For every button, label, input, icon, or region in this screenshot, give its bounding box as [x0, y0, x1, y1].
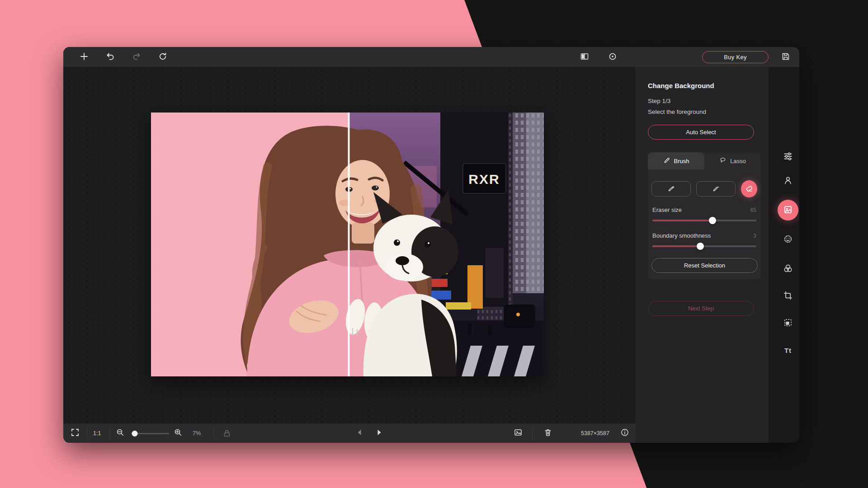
auto-select-button[interactable]: Auto Select — [648, 125, 754, 140]
image-thumbnail-button[interactable] — [514, 424, 523, 443]
face-icon — [783, 234, 793, 245]
tab-lasso-label: Lasso — [730, 158, 746, 164]
brush-size-increase-button[interactable] — [651, 181, 691, 197]
zoom-percent-label: 7% — [193, 424, 201, 443]
preview-button[interactable] — [606, 51, 619, 63]
redo-icon — [132, 52, 141, 62]
change-background-icon — [783, 205, 793, 216]
app-window: Buy Key — [63, 47, 799, 443]
redo-button[interactable] — [130, 51, 143, 63]
adjustments-tool[interactable] — [780, 149, 796, 164]
boundary-smoothness-value: 3 — [753, 233, 756, 239]
lock-icon — [222, 424, 231, 443]
zoom-in-button[interactable] — [174, 424, 183, 443]
undo-button[interactable] — [104, 51, 117, 63]
panel-step: Step 1/3 — [648, 98, 769, 104]
image-dimensions-label: 5387×3587 — [581, 424, 609, 443]
zoom-slider-thumb[interactable] — [132, 431, 137, 436]
add-icon — [80, 52, 89, 62]
save-icon — [781, 52, 790, 62]
delete-icon — [543, 428, 552, 439]
split-view-button[interactable] — [578, 51, 591, 63]
canvas-resize-icon — [783, 318, 793, 329]
portrait-tool[interactable] — [780, 173, 796, 188]
crop-icon — [783, 291, 793, 302]
eraser-size-value: 65 — [750, 207, 756, 213]
refresh-icon — [158, 52, 167, 62]
panel-title: Change Background — [648, 82, 769, 89]
face-retouch-tool[interactable] — [780, 232, 796, 247]
tab-brush-label: Brush — [674, 158, 689, 164]
delete-button[interactable] — [543, 424, 552, 443]
brush-icon — [663, 157, 670, 165]
zoom-in-icon — [174, 428, 183, 439]
tool-rail: Tt — [777, 67, 799, 443]
boundary-smoothness-label: Boundary smoothness — [652, 232, 711, 239]
image-icon — [514, 428, 523, 439]
boundary-smoothness-slider-thumb[interactable] — [697, 243, 704, 250]
refresh-button[interactable] — [156, 51, 169, 63]
undo-icon — [106, 52, 115, 62]
info-icon — [620, 428, 629, 439]
reset-selection-button[interactable]: Reset Selection — [651, 258, 758, 273]
billboard-text: RXR — [468, 172, 500, 187]
text-tool[interactable]: Tt — [780, 343, 796, 358]
split-view-icon — [580, 52, 589, 62]
next-image-icon — [374, 428, 383, 439]
brush-minus-icon — [712, 185, 720, 193]
next-image-button[interactable] — [374, 424, 383, 443]
fit-screen-button[interactable] — [71, 424, 80, 443]
effects-icon — [783, 263, 793, 275]
portrait-icon — [783, 175, 793, 187]
lasso-icon — [719, 157, 726, 165]
next-step-button[interactable]: Next Step — [648, 301, 754, 316]
info-button[interactable] — [620, 424, 629, 443]
fit-screen-icon — [71, 428, 80, 439]
text-tool-icon: Tt — [784, 347, 792, 354]
side-panel: Change Background Step 1/3 Select the fo… — [636, 67, 769, 443]
canvas-area[interactable]: RXR — [63, 67, 636, 423]
buy-key-button[interactable]: Buy Key — [702, 51, 769, 63]
crop-tool[interactable] — [780, 288, 796, 304]
zoom-out-button[interactable] — [116, 424, 125, 443]
boundary-smoothness-slider[interactable] — [652, 245, 756, 247]
eraser-size-slider-thumb[interactable] — [709, 217, 716, 224]
tab-lasso[interactable]: Lasso — [704, 152, 761, 169]
panel-instruction: Select the foreground — [648, 108, 769, 115]
brush-plus-icon — [668, 185, 675, 193]
brush-size-decrease-button[interactable] — [696, 181, 736, 197]
eraser-tool-button[interactable] — [741, 180, 757, 197]
change-background-tool[interactable] — [778, 200, 798, 221]
eraser-size-slider[interactable] — [652, 220, 756, 221]
zoom-slider[interactable] — [131, 433, 169, 434]
split-divider[interactable] — [348, 113, 350, 376]
ratio-button[interactable]: 1:1 — [93, 424, 101, 443]
selection-tools-section: Brush Lasso — [648, 152, 761, 279]
effects-tool[interactable] — [780, 261, 796, 277]
save-button[interactable] — [779, 51, 792, 63]
top-toolbar: Buy Key — [63, 47, 799, 67]
canvas-image[interactable]: RXR — [151, 113, 544, 376]
zoom-out-icon — [116, 428, 125, 439]
preview-icon — [608, 52, 617, 62]
eraser-size-label: Eraser size — [652, 206, 682, 213]
add-button[interactable] — [78, 51, 90, 63]
tab-brush[interactable]: Brush — [648, 152, 704, 169]
prev-image-button[interactable] — [355, 424, 364, 443]
adjustments-icon — [783, 151, 793, 163]
status-bar: 1:1 7% — [63, 423, 636, 443]
prev-image-icon — [355, 428, 364, 439]
canvas-resize-tool[interactable] — [780, 315, 796, 331]
eraser-icon — [745, 184, 754, 194]
